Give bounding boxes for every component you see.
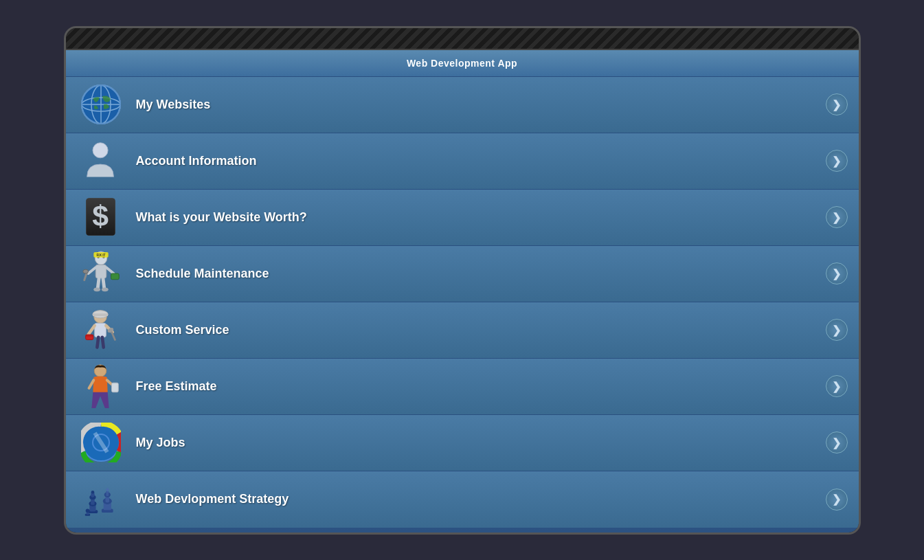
estimate-icon-container bbox=[77, 362, 125, 410]
svg-line-16 bbox=[88, 267, 95, 273]
menu-item-custom-service[interactable]: Custom Service ❯ bbox=[66, 302, 859, 359]
globe-icon-container bbox=[77, 80, 125, 128]
menu-item-website-worth[interactable]: $ What is your Website Worth? ❯ bbox=[66, 190, 859, 246]
svg-line-21 bbox=[98, 278, 99, 289]
svg-text:FIX IT: FIX IT bbox=[96, 254, 105, 257]
custom-service-icon bbox=[82, 308, 120, 352]
menu-label-my-jobs: My Jobs bbox=[136, 436, 826, 450]
chevron-custom-service: ❯ bbox=[826, 319, 848, 341]
menu-item-schedule-maintenance[interactable]: FIX IT bbox=[66, 246, 859, 302]
chevron-icon: ❯ bbox=[832, 380, 841, 393]
svg-rect-39 bbox=[112, 383, 119, 392]
svg-rect-27 bbox=[93, 313, 108, 316]
menu-item-web-devlopment-strategy[interactable]: Web Devlopment Strategy ❯ bbox=[66, 471, 859, 528]
chevron-website-worth: ❯ bbox=[826, 206, 848, 228]
menu-label-free-estimate: Free Estimate bbox=[136, 379, 826, 394]
app-title: Web Development App bbox=[407, 58, 517, 69]
svg-line-36 bbox=[102, 337, 104, 347]
app-frame: Web Development App bbox=[64, 26, 861, 535]
person-icon-container bbox=[77, 137, 125, 185]
svg-line-40 bbox=[89, 380, 94, 388]
wrench-robot-icon-container: FIX IT bbox=[77, 249, 125, 298]
menu-label-account-information: Account Information bbox=[136, 154, 826, 168]
svg-rect-15 bbox=[95, 265, 106, 278]
svg-point-58 bbox=[91, 491, 94, 494]
chevron-icon: ❯ bbox=[832, 211, 841, 224]
chevron-icon: ❯ bbox=[832, 267, 841, 280]
dollar-icon: $ bbox=[82, 195, 120, 240]
svg-point-61 bbox=[85, 508, 89, 513]
svg-rect-51 bbox=[105, 489, 109, 490]
menu-label-web-devlopment-strategy: Web Devlopment Strategy bbox=[136, 492, 826, 506]
chevron-icon: ❯ bbox=[832, 155, 841, 168]
svg-text:$: $ bbox=[92, 199, 109, 232]
svg-rect-20 bbox=[111, 273, 119, 280]
svg-line-22 bbox=[102, 278, 104, 289]
menu-item-account-information[interactable]: Account Information ❯ bbox=[66, 133, 859, 190]
jobs-icon bbox=[81, 423, 121, 462]
wrench-robot-icon: FIX IT bbox=[81, 250, 121, 297]
estimate-icon bbox=[82, 363, 120, 410]
menu-item-my-websites[interactable]: My Websites ❯ bbox=[66, 77, 859, 133]
chevron-account-information: ❯ bbox=[826, 150, 848, 172]
custom-service-icon-container bbox=[77, 306, 125, 354]
svg-point-24 bbox=[101, 287, 108, 291]
svg-point-19 bbox=[82, 269, 88, 273]
menu-label-website-worth: What is your Website Worth? bbox=[136, 210, 826, 225]
app-header: Web Development App bbox=[66, 50, 859, 77]
chess-icon-container bbox=[77, 475, 125, 524]
top-stripe bbox=[66, 28, 859, 50]
jobs-icon-container bbox=[77, 418, 125, 467]
menu-item-free-estimate[interactable]: Free Estimate ❯ bbox=[66, 359, 859, 415]
svg-rect-28 bbox=[95, 323, 106, 337]
svg-point-6 bbox=[93, 143, 108, 158]
svg-line-17 bbox=[106, 267, 113, 273]
globe-icon bbox=[80, 84, 122, 125]
chevron-schedule-maintenance: ❯ bbox=[826, 262, 848, 284]
chevron-icon: ❯ bbox=[832, 98, 841, 111]
chevron-web-devlopment-strategy: ❯ bbox=[826, 489, 848, 511]
menu-label-custom-service: Custom Service bbox=[136, 323, 826, 337]
chevron-icon: ❯ bbox=[832, 324, 841, 337]
chevron-my-websites: ❯ bbox=[826, 93, 848, 115]
svg-line-35 bbox=[97, 337, 98, 347]
dollar-icon-container: $ bbox=[77, 193, 125, 241]
svg-point-23 bbox=[93, 287, 100, 291]
chess-icon bbox=[81, 477, 121, 522]
chevron-icon: ❯ bbox=[832, 436, 841, 449]
svg-line-29 bbox=[88, 326, 94, 335]
menu-label-schedule-maintenance: Schedule Maintenance bbox=[136, 267, 826, 281]
main-container: Web Development App bbox=[66, 50, 859, 533]
chevron-my-jobs: ❯ bbox=[826, 432, 848, 453]
svg-rect-49 bbox=[106, 491, 109, 495]
svg-rect-33 bbox=[86, 335, 93, 339]
chevron-free-estimate: ❯ bbox=[826, 375, 848, 397]
chevron-icon: ❯ bbox=[832, 493, 841, 506]
person-icon bbox=[82, 140, 120, 181]
menu-item-my-jobs[interactable]: My Jobs ❯ bbox=[66, 415, 859, 471]
menu-label-my-websites: My Websites bbox=[136, 98, 826, 112]
menu-list: My Websites ❯ Account Information ❯ bbox=[66, 77, 859, 533]
